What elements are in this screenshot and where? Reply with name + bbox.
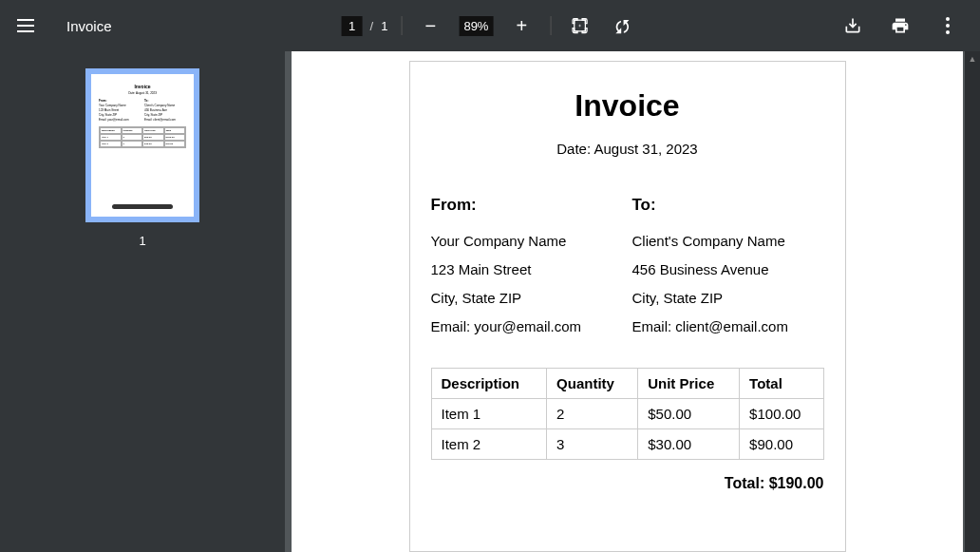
page-indicator: / 1 bbox=[342, 16, 388, 36]
to-street: 456 Business Avenue bbox=[632, 256, 824, 284]
more-menu-button[interactable] bbox=[933, 10, 963, 41]
cell-qty: 2 bbox=[547, 399, 638, 429]
to-city: City, State ZIP bbox=[632, 284, 824, 313]
scroll-up-arrow[interactable]: ▲ bbox=[965, 51, 980, 67]
header-total: Total bbox=[740, 369, 823, 399]
from-city: City, State ZIP bbox=[431, 284, 623, 313]
header-unit-price: Unit Price bbox=[638, 369, 740, 399]
cell-qty: 3 bbox=[547, 429, 638, 460]
from-name: Your Company Name bbox=[431, 227, 623, 256]
document-title: Invoice bbox=[66, 18, 112, 34]
table-header-row: Description Quantity Unit Price Total bbox=[431, 369, 823, 399]
toolbar-center: / 1 − + bbox=[342, 10, 639, 41]
zoom-input[interactable] bbox=[459, 16, 493, 36]
header-quantity: Quantity bbox=[547, 369, 638, 399]
print-icon bbox=[891, 16, 910, 35]
thumbnail-sidebar: Invoice Date: August 31, 2023 From:Your … bbox=[0, 51, 285, 552]
page-thumbnail[interactable]: Invoice Date: August 31, 2023 From:Your … bbox=[85, 68, 199, 222]
invoice-table: Description Quantity Unit Price Total It… bbox=[431, 368, 824, 460]
thumbnail-preview: Invoice Date: August 31, 2023 From:Your … bbox=[91, 74, 194, 217]
rotate-button[interactable] bbox=[608, 10, 638, 41]
to-email: Email: client@email.com bbox=[632, 313, 824, 341]
header-description: Description bbox=[431, 369, 547, 399]
to-block: To: Client's Company Name 456 Business A… bbox=[632, 189, 824, 341]
cell-desc: Item 2 bbox=[431, 429, 547, 460]
cell-total: $90.00 bbox=[740, 429, 823, 460]
rotate-icon bbox=[613, 16, 632, 35]
fit-page-icon bbox=[570, 16, 589, 35]
document-viewport[interactable]: Invoice Date: August 31, 2023 From: Your… bbox=[285, 51, 980, 552]
zoom-in-button[interactable]: + bbox=[506, 10, 537, 41]
from-email: Email: your@email.com bbox=[431, 313, 623, 341]
page-current-input[interactable] bbox=[342, 16, 363, 36]
invoice-title: Invoice bbox=[431, 88, 824, 124]
cell-price: $50.00 bbox=[638, 399, 740, 429]
main-area: Invoice Date: August 31, 2023 From:Your … bbox=[0, 51, 980, 552]
from-heading: From: bbox=[431, 189, 623, 221]
toolbar-divider bbox=[401, 16, 402, 35]
cell-desc: Item 1 bbox=[431, 399, 547, 429]
to-name: Client's Company Name bbox=[632, 227, 824, 256]
download-button[interactable] bbox=[838, 10, 868, 41]
fit-page-button[interactable] bbox=[564, 10, 594, 41]
print-button[interactable] bbox=[885, 10, 915, 41]
invoice-date: Date: August 31, 2023 bbox=[431, 141, 824, 157]
invoice-document: Invoice Date: August 31, 2023 From: Your… bbox=[409, 61, 846, 552]
table-row: Item 1 2 $50.00 $100.00 bbox=[431, 399, 823, 429]
grand-total: Total: $190.00 bbox=[431, 475, 824, 492]
menu-icon[interactable] bbox=[17, 14, 40, 37]
page-surface: Invoice Date: August 31, 2023 From: Your… bbox=[292, 51, 963, 552]
pdf-toolbar: Invoice / 1 − + bbox=[0, 0, 980, 51]
cell-total: $100.00 bbox=[740, 399, 823, 429]
kebab-icon bbox=[946, 17, 950, 34]
table-row: Item 2 3 $30.00 $90.00 bbox=[431, 429, 823, 460]
from-block: From: Your Company Name 123 Main Street … bbox=[431, 189, 623, 341]
vertical-scrollbar[interactable]: ▲ bbox=[965, 51, 980, 552]
toolbar-divider bbox=[550, 16, 551, 35]
address-row: From: Your Company Name 123 Main Street … bbox=[431, 189, 824, 341]
zoom-out-button[interactable]: − bbox=[415, 10, 445, 41]
toolbar-right bbox=[838, 10, 963, 41]
to-heading: To: bbox=[632, 189, 824, 221]
page-separator: / bbox=[370, 19, 374, 33]
from-street: 123 Main Street bbox=[431, 256, 623, 284]
thumbnail-page-number: 1 bbox=[139, 234, 145, 248]
page-total: 1 bbox=[381, 19, 387, 33]
download-icon bbox=[843, 16, 862, 35]
cell-price: $30.00 bbox=[638, 429, 740, 460]
